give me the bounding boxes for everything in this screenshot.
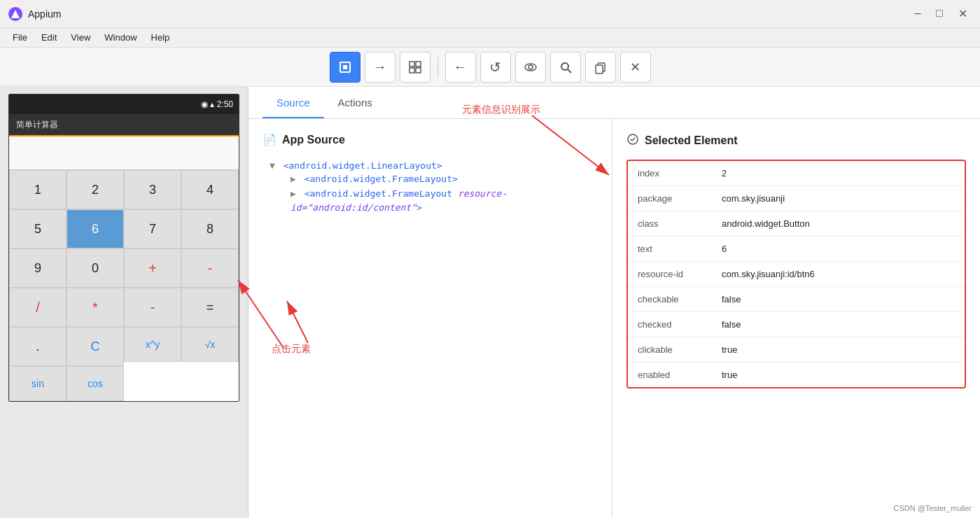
selected-header: Selected Element xyxy=(626,133,966,148)
selected-properties-box: index 2 package com.sky.jisuanji class a… xyxy=(626,160,966,388)
menu-view[interactable]: View xyxy=(64,31,97,44)
svg-rect-5 xyxy=(410,68,414,73)
calc-btn-c[interactable]: C xyxy=(66,327,124,366)
calc-btn-mul[interactable]: * xyxy=(66,288,124,327)
svg-rect-4 xyxy=(416,62,421,66)
calc-btn-8[interactable]: 8 xyxy=(181,209,239,248)
toolbar-sep-1 xyxy=(438,57,438,78)
prop-val-checked: false xyxy=(722,319,955,330)
prop-val-clickable: true xyxy=(722,344,955,355)
titlebar: Appium – □ ✕ xyxy=(0,0,980,28)
tab-source[interactable]: Source xyxy=(262,87,324,118)
prop-val-resource-id: com.sky.jisuanji:id/btn6 xyxy=(722,269,955,279)
device-app-title: 简单计算器 xyxy=(16,119,58,131)
tree-item-2[interactable]: ▶ <android.widget.FrameLayout resource-i… xyxy=(290,187,598,214)
prop-val-class: android.widget.Button xyxy=(722,218,955,229)
calc-btn-minus[interactable]: - xyxy=(181,248,239,288)
window-controls: – □ ✕ xyxy=(910,6,972,22)
svg-line-10 xyxy=(568,69,571,73)
calc-btn-1[interactable]: 1 xyxy=(9,170,66,209)
calc-btn-cos[interactable]: cos xyxy=(66,366,124,401)
menu-help[interactable]: Help xyxy=(144,31,177,44)
maximize-btn[interactable]: □ xyxy=(932,6,947,22)
device-status-bar: ◉ ▴ 2:50 xyxy=(9,94,239,114)
menu-file[interactable]: File xyxy=(6,31,34,44)
prop-text: text 6 xyxy=(628,237,965,262)
tree-item-0[interactable]: ▼ <android.widget.LinearLayout> xyxy=(270,160,598,171)
status-icons: ◉ ▴ 2:50 xyxy=(201,99,233,109)
calc-btn-3[interactable]: 3 xyxy=(124,170,181,209)
refresh-btn[interactable]: ↺ xyxy=(480,52,511,83)
select-tool-btn[interactable] xyxy=(330,52,360,83)
split-tool-btn[interactable] xyxy=(400,52,430,83)
prop-package: package com.sky.jisuanji xyxy=(628,186,965,211)
calc-btn-dot[interactable]: . xyxy=(9,327,66,366)
calc-btn-sin[interactable]: sin xyxy=(9,366,66,401)
tag-2: <android.widget.FrameLayout xyxy=(304,188,458,199)
prop-key-text: text xyxy=(638,244,722,254)
back-btn[interactable]: ← xyxy=(445,52,476,83)
svg-marker-0 xyxy=(11,10,20,18)
toggle-2: ▶ xyxy=(290,188,302,199)
tab-actions[interactable]: Actions xyxy=(324,87,386,118)
arrow-tool-btn[interactable]: → xyxy=(365,52,396,83)
prop-val-package: com.sky.jisuanji xyxy=(722,193,955,204)
toolbar: → ← ↺ xyxy=(0,48,980,87)
prop-key-package: package xyxy=(638,193,722,204)
tag-1: <android.widget.FrameLayout> xyxy=(304,174,458,184)
calc-display xyxy=(9,136,239,170)
calc-btn-div[interactable]: / xyxy=(9,288,66,327)
search-btn[interactable] xyxy=(550,52,581,83)
menu-window[interactable]: Window xyxy=(97,31,144,44)
toggle-1: ▶ xyxy=(290,174,302,184)
menubar: File Edit View Window Help xyxy=(0,28,980,48)
prop-val-index: 2 xyxy=(722,168,955,178)
minimize-btn[interactable]: – xyxy=(910,6,925,22)
device-panel: ◉ ▴ 2:50 简单计算器 1 2 3 4 5 6 xyxy=(0,87,248,518)
calc-btn-0[interactable]: 0 xyxy=(66,248,124,288)
source-title: App Source xyxy=(282,134,345,146)
close-tool-btn[interactable]: ✕ xyxy=(620,52,651,83)
source-icon: 📄 xyxy=(262,133,276,146)
calc-btn-9[interactable]: 9 xyxy=(9,248,66,288)
prop-index: index 2 xyxy=(628,161,965,186)
calc-btn-eq[interactable]: = xyxy=(181,288,239,327)
right-panel: Source Actions 📄 App Source ▼ <android.w… xyxy=(248,87,980,518)
svg-rect-3 xyxy=(410,62,414,66)
calc-btn-2[interactable]: 2 xyxy=(66,170,124,209)
selected-title: Selected Element xyxy=(645,134,738,147)
content-area: 📄 App Source ▼ <android.widget.LinearLay… xyxy=(248,119,980,518)
calc-btn-plus[interactable]: + xyxy=(124,248,181,288)
calc-btn-4[interactable]: 4 xyxy=(181,170,239,209)
selected-panel: Selected Element index 2 package com.sky… xyxy=(612,119,980,518)
tag-2-close: > xyxy=(416,202,422,213)
calc-btn-7[interactable]: 7 xyxy=(124,209,181,248)
device-app-titlebar: 简单计算器 xyxy=(9,114,239,136)
menu-edit[interactable]: Edit xyxy=(34,31,64,44)
app-window: Appium – □ ✕ File Edit View Window Help … xyxy=(0,0,980,518)
calc-buttons: 1 2 3 4 5 6 7 8 9 0 + - / xyxy=(9,170,239,401)
calc-btn-xpowy[interactable]: x^y xyxy=(124,327,181,362)
svg-point-9 xyxy=(561,63,568,70)
prop-val-enabled: true xyxy=(722,370,955,380)
app-icon xyxy=(8,7,22,21)
tree-item-1[interactable]: ▶ <android.widget.FrameLayout> xyxy=(290,174,598,184)
clock: 2:50 xyxy=(217,99,233,109)
source-header: 📄 App Source xyxy=(262,133,598,146)
calc-btn-6[interactable]: 6 xyxy=(66,209,124,248)
svg-point-8 xyxy=(528,65,533,69)
prop-key-clickable: clickable xyxy=(638,344,722,355)
calc-btn-sub[interactable]: - xyxy=(124,288,181,327)
prop-class: class android.widget.Button xyxy=(628,211,965,237)
calc-btn-sqrt[interactable]: √x xyxy=(181,327,239,362)
copy-btn[interactable] xyxy=(585,52,616,83)
calc-btn-5[interactable]: 5 xyxy=(9,209,66,248)
prop-enabled: enabled true xyxy=(628,363,965,387)
prop-key-checkable: checkable xyxy=(638,294,722,304)
source-panel: 📄 App Source ▼ <android.widget.LinearLay… xyxy=(248,119,612,518)
close-btn[interactable]: ✕ xyxy=(954,6,972,22)
visibility-btn[interactable] xyxy=(515,52,546,83)
main-content: ◉ ▴ 2:50 简单计算器 1 2 3 4 5 6 xyxy=(0,87,980,518)
prop-key-class: class xyxy=(638,218,722,229)
prop-key-checked: checked xyxy=(638,319,722,330)
